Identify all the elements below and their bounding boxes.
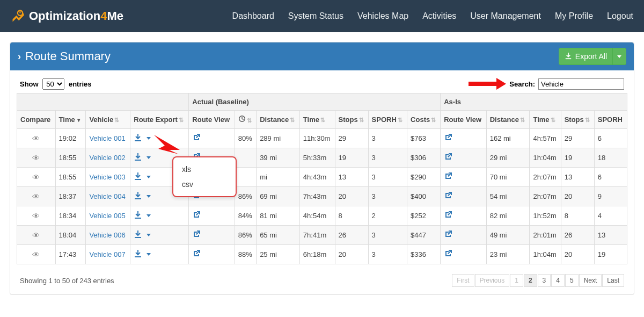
export-all-button[interactable]: Export All: [559, 48, 626, 65]
download-icon[interactable]: [134, 153, 142, 163]
col-actual-costs[interactable]: Costs⇅: [407, 111, 441, 129]
nav-activities[interactable]: Activities: [422, 11, 456, 21]
cell-a-costs: $763: [407, 129, 441, 148]
open-asis-route-view-icon[interactable]: [444, 135, 452, 143]
eye-icon[interactable]: 👁: [32, 212, 40, 220]
page-first[interactable]: First: [452, 274, 474, 287]
export-option-csv[interactable]: csv: [173, 177, 236, 192]
export-all-dropdown-toggle[interactable]: [612, 48, 626, 64]
vehicle-link[interactable]: Vehicle 004: [89, 192, 125, 200]
entries-length-control: Show 50 entries: [20, 78, 92, 90]
nav-vehicles-map[interactable]: Vehicles Map: [357, 11, 408, 21]
sort-icon: ⇅: [520, 117, 525, 123]
download-icon[interactable]: [134, 211, 142, 221]
col-asis-route-view[interactable]: Route View: [441, 111, 487, 129]
eye-icon[interactable]: 👁: [32, 154, 40, 162]
chevron-right-icon[interactable]: ›: [18, 51, 21, 62]
cell-a-time: 6h:18m: [299, 245, 335, 264]
brand-logo[interactable]: Optimization 4 Me: [11, 9, 123, 24]
col-actual-distance[interactable]: Distance⇅: [257, 111, 300, 129]
cell-time: 18:34: [55, 206, 86, 226]
cell-i-time: 1h:04m: [530, 245, 561, 264]
table-row: 👁17:43Vehicle 00788%25 mi6h:18m203$33623…: [17, 245, 627, 264]
export-caret-icon[interactable]: [147, 137, 151, 140]
nav-logout[interactable]: Logout: [607, 11, 633, 21]
eye-icon[interactable]: 👁: [32, 231, 40, 240]
vehicle-link[interactable]: Vehicle 001: [89, 134, 125, 142]
cell-a-sporh: 3: [368, 245, 407, 264]
vehicle-link[interactable]: Vehicle 003: [89, 173, 125, 181]
col-actual-clock[interactable]: ⇅: [235, 111, 256, 129]
vehicle-link[interactable]: Vehicle 005: [89, 212, 125, 220]
page-3[interactable]: 3: [538, 274, 551, 287]
eye-icon[interactable]: 👁: [32, 250, 40, 259]
vehicle-link[interactable]: Vehicle 006: [89, 231, 125, 239]
nav-system-status[interactable]: System Status: [288, 11, 343, 21]
cell-i-time: 1h:04m: [530, 148, 561, 168]
col-actual-sporh[interactable]: SPORH⇅: [368, 111, 407, 129]
nav-dashboard[interactable]: Dashboard: [232, 11, 274, 21]
col-actual-time[interactable]: Time⇅: [299, 111, 335, 129]
download-icon[interactable]: [134, 172, 142, 182]
export-caret-icon[interactable]: [147, 195, 151, 198]
cell-a-sporh: 3: [368, 129, 407, 148]
vehicle-link[interactable]: Vehicle 002: [89, 154, 125, 162]
download-icon[interactable]: [134, 133, 142, 143]
clock-icon: [238, 116, 246, 124]
brand-text-prefix: Optimization: [29, 9, 100, 23]
page-5[interactable]: 5: [565, 274, 579, 287]
export-all-label: Export All: [575, 52, 607, 61]
open-route-view-icon[interactable]: [192, 135, 201, 143]
export-caret-icon[interactable]: [147, 214, 151, 217]
open-route-view-icon[interactable]: [192, 251, 201, 260]
download-icon[interactable]: [134, 230, 142, 240]
col-vehicle[interactable]: Vehicle⇅: [86, 111, 130, 129]
col-compare[interactable]: Compare: [17, 111, 56, 129]
nav-links: Dashboard System Status Vehicles Map Act…: [232, 11, 633, 21]
cell-a-stops: 20: [335, 245, 368, 264]
page-last[interactable]: Last: [602, 274, 624, 287]
col-actual-stops[interactable]: Stops⇅: [335, 111, 368, 129]
eye-icon[interactable]: 👁: [32, 134, 40, 143]
open-asis-route-view-icon[interactable]: [444, 193, 452, 201]
col-asis-time[interactable]: Time⇅: [530, 111, 561, 129]
nav-user-management[interactable]: User Management: [470, 11, 541, 21]
open-asis-route-view-icon[interactable]: [444, 251, 452, 260]
page-previous[interactable]: Previous: [475, 274, 510, 287]
col-route-export[interactable]: Route Export⇅: [130, 111, 189, 129]
page-4[interactable]: 4: [551, 274, 565, 287]
page-2[interactable]: 2: [524, 274, 537, 287]
open-route-view-icon[interactable]: [192, 213, 201, 221]
col-asis-distance[interactable]: Distance⇅: [486, 111, 530, 129]
eye-icon[interactable]: 👁: [32, 173, 40, 182]
eye-icon[interactable]: 👁: [32, 192, 40, 201]
export-caret-icon[interactable]: [147, 156, 151, 159]
search-input[interactable]: [538, 78, 624, 90]
page-next[interactable]: Next: [579, 274, 602, 287]
export-caret-icon[interactable]: [147, 176, 151, 178]
export-caret-icon[interactable]: [147, 253, 151, 256]
open-asis-route-view-icon[interactable]: [444, 213, 452, 221]
entries-select[interactable]: 50: [42, 78, 64, 90]
export-caret-icon[interactable]: [147, 234, 151, 236]
col-time[interactable]: Time▼: [55, 111, 86, 129]
table-row: 👁18:37Vehicle 00486%69 mi7h:43m203$40054…: [17, 187, 627, 206]
col-actual-route-view[interactable]: Route View: [189, 111, 235, 129]
download-icon[interactable]: [134, 249, 142, 260]
cell-a-dist: 25 mi: [257, 245, 300, 264]
open-asis-route-view-icon[interactable]: [444, 232, 452, 240]
col-asis-stops[interactable]: Stops⇅: [561, 111, 594, 129]
open-asis-route-view-icon[interactable]: [444, 174, 452, 182]
top-nav: Optimization 4 Me Dashboard System Statu…: [0, 0, 644, 32]
vehicle-link[interactable]: Vehicle 007: [89, 250, 125, 258]
download-icon[interactable]: [134, 191, 142, 201]
open-asis-route-view-icon[interactable]: [444, 155, 452, 163]
cell-pct: 80%: [235, 129, 256, 148]
table-row: 👁19:02Vehicle 00180%289 mi11h:30m293$763…: [17, 129, 627, 148]
export-option-xls[interactable]: xls: [173, 162, 236, 177]
nav-my-profile[interactable]: My Profile: [555, 11, 593, 21]
table-row: 👁18:55Vehicle 00239 mi5h:33m193$30629 mi…: [17, 148, 627, 168]
open-route-view-icon[interactable]: [192, 232, 201, 240]
page-1[interactable]: 1: [510, 274, 523, 287]
col-asis-sporh[interactable]: SPORH: [594, 111, 627, 129]
